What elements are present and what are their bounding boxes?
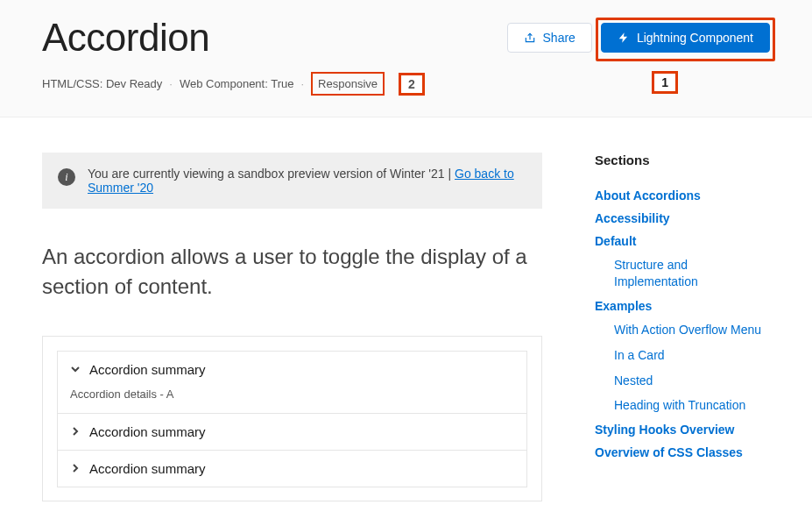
accordion-item: Accordion summary	[57, 450, 527, 487]
share-icon	[524, 32, 536, 44]
toc-sublink[interactable]: In a Card	[595, 347, 770, 364]
annotation-marker-2: 2	[399, 73, 425, 96]
chevron-down-icon	[70, 362, 81, 377]
page-header: Accordion Share Lightning Component 1 HT…	[0, 0, 812, 117]
toc-link[interactable]: Accessibility	[595, 211, 770, 225]
info-icon: i	[58, 168, 75, 186]
main-column: i You are currently viewing a sandbox pr…	[42, 153, 542, 501]
sandbox-notice: i You are currently viewing a sandbox pr…	[42, 153, 542, 209]
accordion-toggle[interactable]: Accordion summary	[58, 352, 526, 387]
toc-sublink[interactable]: Heading with Truncation	[595, 397, 770, 414]
toc-heading: Sections	[595, 153, 770, 167]
page-title: Accordion	[42, 16, 209, 60]
toc-sublink[interactable]: Nested	[595, 373, 770, 389]
toc-link[interactable]: Examples	[595, 299, 770, 313]
toc-link[interactable]: Default	[595, 234, 770, 248]
badge-responsive: Responsive	[311, 72, 385, 96]
badge-web-component: Web Component: True	[180, 77, 294, 90]
notice-prefix: You are currently viewing a sandbox prev…	[88, 167, 455, 181]
accordion-summary-label: Accordion summary	[89, 362, 206, 377]
accordion-example: Accordion summary Accordion details - A …	[42, 336, 542, 501]
notice-text: You are currently viewing a sandbox prev…	[88, 167, 526, 195]
accordion-summary-label: Accordion summary	[89, 461, 206, 476]
lightning-button-label: Lightning Component	[637, 31, 753, 45]
lightning-icon	[618, 32, 630, 44]
toc-link[interactable]: Styling Hooks Overview	[595, 423, 770, 437]
intro-text: An accordion allows a user to toggle the…	[42, 242, 542, 301]
accordion-item: Accordion summary Accordion details - A	[57, 351, 527, 414]
status-badges: HTML/CSS: Dev Ready · Web Component: Tru…	[42, 72, 770, 96]
content-area: i You are currently viewing a sandbox pr…	[0, 117, 812, 519]
chevron-right-icon	[70, 461, 81, 476]
badge-separator: ·	[169, 77, 173, 90]
toc-link[interactable]: About Accordions	[595, 188, 770, 203]
toc-list: About AccordionsAccessibilityDefaultStru…	[595, 188, 770, 459]
share-button[interactable]: Share	[507, 23, 592, 53]
badge-separator: ·	[300, 77, 304, 90]
chevron-right-icon	[70, 424, 81, 439]
lightning-component-button[interactable]: Lightning Component	[601, 23, 770, 53]
header-top-row: Accordion Share Lightning Component 1	[42, 16, 770, 60]
accordion-toggle[interactable]: Accordion summary	[58, 414, 526, 450]
toc-link[interactable]: Overview of CSS Classes	[595, 445, 770, 459]
toc-sublink[interactable]: With Action Overflow Menu	[595, 322, 770, 338]
toc-sublink[interactable]: Structure and Implementation	[595, 257, 770, 290]
accordion-summary-label: Accordion summary	[89, 424, 206, 439]
header-actions: Share Lightning Component 1	[507, 23, 770, 53]
accordion-details: Accordion details - A	[58, 387, 526, 413]
accordion-item: Accordion summary	[57, 413, 527, 451]
badge-html-css: HTML/CSS: Dev Ready	[42, 77, 162, 90]
accordion-toggle[interactable]: Accordion summary	[58, 451, 526, 487]
sidebar-toc: Sections About AccordionsAccessibilityDe…	[595, 153, 770, 501]
share-button-label: Share	[543, 31, 575, 45]
